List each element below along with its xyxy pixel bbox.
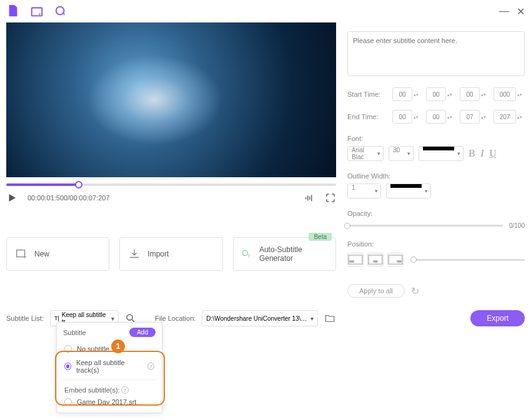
add-url-icon[interactable]: +: [54, 4, 67, 18]
svg-rect-17: [389, 255, 402, 264]
svg-text:+: +: [14, 11, 17, 17]
seek-slider[interactable]: [6, 183, 336, 186]
spinner[interactable]: ▴▾: [517, 92, 525, 97]
svg-text:+: +: [62, 11, 66, 17]
spinner[interactable]: ▴▾: [481, 92, 489, 97]
no-subtitle-label: No subtitle: [77, 345, 109, 353]
font-family-select[interactable]: Arial Blac: [347, 146, 384, 161]
svg-rect-16: [373, 260, 377, 263]
auto-label: Auto-Subtitle Generator: [259, 245, 328, 263]
callout-number: 1: [111, 339, 125, 353]
svg-rect-15: [369, 255, 382, 264]
svg-rect-18: [397, 260, 401, 263]
start-ms[interactable]: [494, 87, 516, 101]
position-label: Position:: [347, 240, 525, 248]
position-left[interactable]: [347, 253, 364, 266]
svg-point-19: [127, 315, 132, 320]
help-icon[interactable]: ?: [147, 363, 154, 370]
export-button[interactable]: Export: [470, 310, 525, 326]
beta-badge: Beta: [309, 233, 332, 241]
end-time-label: End Time:: [347, 113, 387, 120]
end-h[interactable]: [392, 110, 412, 124]
outline-width-select[interactable]: 1: [347, 183, 381, 198]
new-label: New: [34, 250, 49, 258]
position-slider[interactable]: [414, 259, 525, 261]
position-center[interactable]: [367, 253, 384, 266]
file-location-select[interactable]: D:\Wondershare UniConverter 13\SubEdte: [202, 310, 318, 326]
keep-all-label: Keep all subtitle track(s): [76, 359, 141, 374]
svg-point-11: [242, 250, 247, 255]
embed-file-label: Game Day 2017.srt: [77, 398, 136, 406]
svg-rect-7: [309, 197, 310, 200]
minimize-button[interactable]: —: [499, 6, 509, 17]
spinner[interactable]: ▴▾: [414, 92, 421, 97]
spinner[interactable]: ▴▾: [447, 115, 455, 119]
svg-text:T: T: [247, 253, 251, 259]
folder-icon[interactable]: [324, 313, 335, 324]
radio-icon: [64, 363, 71, 370]
opacity-slider[interactable]: [347, 225, 503, 227]
svg-rect-6: [307, 195, 309, 200]
spinner[interactable]: ▴▾: [414, 115, 421, 119]
svg-rect-14: [349, 260, 354, 263]
position-right[interactable]: [387, 253, 404, 266]
underline-button[interactable]: U: [489, 148, 497, 159]
auto-icon: T: [241, 247, 253, 261]
bold-button[interactable]: B: [469, 148, 475, 159]
add-file-icon[interactable]: +: [6, 4, 20, 18]
start-m[interactable]: [426, 87, 446, 101]
keep-all-option[interactable]: Keep all subtitle track(s) ?: [57, 356, 162, 377]
subtitle-dropdown: Subtitle Add No subtitle Keep all subtit…: [56, 322, 162, 413]
fullscreen-icon[interactable]: [325, 192, 336, 203]
svg-rect-8: [311, 195, 312, 202]
svg-rect-13: [349, 255, 362, 264]
font-size-select[interactable]: 30: [389, 146, 414, 161]
outline-color-select[interactable]: [386, 183, 431, 198]
end-ms[interactable]: [494, 110, 516, 124]
start-s[interactable]: [460, 87, 480, 101]
embed-section-label: Embed subtitle(s): ?: [57, 383, 162, 395]
add-folder-icon[interactable]: +: [30, 4, 44, 18]
start-time-label: Start Time:: [347, 90, 387, 98]
svg-rect-5: [305, 197, 307, 200]
opacity-value: 0/100: [509, 222, 525, 229]
play-button[interactable]: [6, 192, 17, 203]
audio-icon[interactable]: [304, 192, 315, 203]
end-s[interactable]: [460, 110, 480, 124]
radio-icon: [64, 398, 72, 406]
svg-text:+: +: [38, 11, 41, 17]
dropdown-title: Subtitle: [63, 329, 86, 336]
timecode: 00:00:01:500/00:00:07:207: [27, 194, 294, 202]
new-icon: +: [14, 247, 28, 261]
font-label: Font:: [347, 135, 525, 142]
import-label: Import: [147, 250, 169, 258]
auto-subtitle-button[interactable]: Beta T Auto-Subtitle Generator: [233, 237, 336, 271]
video-preview[interactable]: [6, 22, 336, 177]
spinner[interactable]: ▴▾: [517, 115, 525, 119]
spinner[interactable]: ▴▾: [447, 92, 455, 97]
subtitle-content-input[interactable]: [347, 31, 525, 76]
font-color-select[interactable]: [419, 146, 464, 161]
import-icon: [127, 247, 141, 261]
new-subtitle-button[interactable]: + New: [6, 237, 109, 271]
file-location-label: File Location:: [155, 315, 196, 322]
no-subtitle-option[interactable]: No subtitle: [57, 342, 162, 356]
embed-file-option[interactable]: Game Day 2017.srt: [57, 395, 162, 409]
svg-text:+: +: [23, 253, 27, 260]
start-h[interactable]: [392, 87, 412, 101]
subtitle-list-label: Subtitle List:: [6, 315, 44, 322]
import-subtitle-button[interactable]: Import: [119, 237, 222, 271]
help-icon[interactable]: ?: [121, 386, 129, 394]
outline-label: Outline Width:: [347, 172, 525, 180]
opacity-label: Opacity:: [347, 210, 525, 217]
end-m[interactable]: [426, 110, 446, 124]
radio-icon: [64, 345, 72, 353]
spinner[interactable]: ▴▾: [481, 115, 489, 119]
italic-button[interactable]: I: [480, 148, 484, 159]
add-subtitle-button[interactable]: Add: [129, 328, 156, 337]
close-button[interactable]: ✕: [517, 6, 525, 17]
